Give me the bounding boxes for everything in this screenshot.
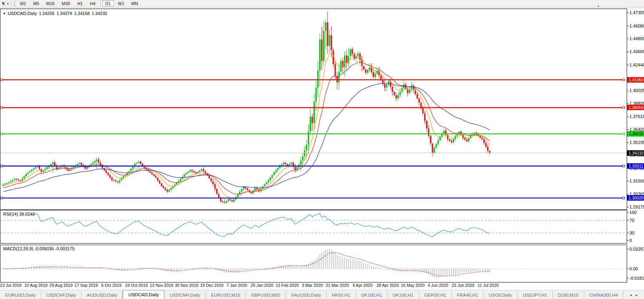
chart-symbol-label: USDCAD,Daily [8,11,37,16]
tab-xauusd-daily[interactable]: XAUUSD,Daily [286,291,327,299]
rsi-tick-label: 70 [629,218,634,223]
date-axis-label: 24 Oct 2019 [125,283,147,288]
cursor-tool-icon[interactable] [1,1,7,6]
tab-gbpusd-m30[interactable]: GBPUSD,M30 [246,291,286,299]
price-tick-label: 1.44890 [629,36,644,41]
date-axis-label: 23 Jul 2019 [0,283,21,288]
timeframe-button-m30[interactable]: M30 [59,0,73,7]
tab-uk100-h1[interactable]: UK100,H1 [388,291,420,299]
macd-tick-label: 0.032972 [629,247,644,251]
level-price-label: 1.38464 [627,105,644,110]
level-price-label: 1.33011 [627,163,644,169]
date-axis-label: 19 Dec 2019 [200,283,224,288]
ohlc-open: 1.34255 [39,11,55,16]
tab-dj30-m15[interactable]: DJ30,M15 [553,291,584,299]
tab-eurusd-m15[interactable]: EURUSD,M15 [206,291,246,299]
symbol-tab-bar: EURUSD,DailyUSDCHF,DailyAUDUSD,DailyUSDC… [0,290,644,299]
tab-china300-h4[interactable]: CHINA300,H4 [584,291,624,299]
timeframe-button-h1[interactable]: H1 [74,0,86,7]
timeframe-button-m5[interactable]: M5 [30,0,42,7]
date-axis-label: 25 Jan 2020 [251,283,274,288]
tab-usdcnh-daily[interactable]: USDCNH,Daily [164,291,206,299]
rsi-tick-label: 30 [629,231,634,235]
application-window: ▾ M1M5M15M30H1H4D1W1MN ▼ USDCAD,Daily 1.… [0,0,644,299]
price-tick-label: 1.47305 [629,10,644,15]
toolbar-separator [11,1,11,6]
timeframe-button-m15[interactable]: M15 [43,0,58,7]
macd-tick-label: -0.018154 [629,276,644,281]
tab-uk100-h1[interactable]: UK100,H1 [356,291,388,299]
ohlc-high: 1.34374 [57,11,72,16]
tab-usoil-daily[interactable]: USOil,Daily [484,291,517,299]
axis-scroll-up-icon[interactable]: ▲ [596,4,601,8]
date-axis-label: 21 Mar 2020 [326,283,349,288]
price-tick-label: 1.43665 [629,49,644,54]
price-tick-label: 1.29175 [629,205,644,209]
tab-hk50-h1[interactable]: HK50,H1 [327,291,356,299]
date-axis-label: 10 Aug 2019 [24,283,48,288]
date-axis-label: 16 May 2020 [401,283,425,288]
date-axis-label: 12 Nov 2019 [150,283,173,288]
tab-scroll-right-icon[interactable]: ▸ [636,293,638,297]
date-axis-label: 13 Feb 2020 [276,283,299,288]
date-axis-label: 9 Apr 2020 [353,283,373,288]
macd-label: MACD(12,26,9) -0.005036 -0.003175 [3,246,75,251]
timeframe-button-d1[interactable]: D1 [102,0,114,7]
current-price-label: 1.34232 [627,150,644,156]
tab-audusd-daily[interactable]: AUDUSD,Daily [82,291,123,299]
price-tick-label: 1.46080 [629,24,644,28]
macd-tick-label: 0.00 [629,266,638,271]
toolbar-grip-handle[interactable] [14,1,15,6]
rsi-label: RSI(14) 38.6243 [3,212,35,216]
timeframe-button-w1[interactable]: W1 [115,0,128,7]
price-tick-label: 1.37610 [629,114,644,119]
date-axis-label: 23 Jun 2020 [452,283,475,288]
timeframe-button-group: M1M5M15M30H1H4D1W1MN [17,0,142,7]
price-tick-label: 1.40025 [629,88,644,93]
price-tick-label: 1.35195 [629,140,644,145]
toolbar-separator [100,0,101,6]
tab-scroll-arrows: ◂▸ [624,291,644,299]
chart-title: ▼ USDCAD,Daily 1.34255 1.34374 1.34158 1… [3,11,107,16]
rsi-tick-label: 0 [629,238,632,243]
tab-eurusd-daily[interactable]: EURUSD,Daily [0,291,41,299]
ohlc-low: 1.34158 [74,11,90,16]
date-axis-label: 4 Jun 2020 [428,283,448,288]
rsi-tick-label: 100 [629,210,637,215]
timeframe-button-mn[interactable]: MN [128,0,141,7]
level-price-label: 1.30020 [627,195,644,201]
symbol-dropdown-icon[interactable]: ▼ [3,12,6,15]
tab-usdchf-daily[interactable]: USDCHF,Daily [41,291,82,299]
tab-ger30-h1[interactable]: GER30,H1 [419,291,452,299]
date-axis-label: 7 Jan 2020 [227,283,247,288]
level-price-label: 1.36015 [627,131,644,137]
tab-fra40-h1[interactable]: FRA40,H1 [452,291,484,299]
date-axis-label: 11 Jul 2020 [478,283,499,288]
price-tick-label: 1.42440 [629,63,644,67]
timeframe-button-h4[interactable]: H4 [86,0,98,7]
date-axis-label: 28 Apr 2020 [377,283,399,288]
tab-usdjpy-h1[interactable]: USDJPY,H1 [518,291,553,299]
chart-window[interactable] [0,9,644,290]
date-axis-label: 3 Mar 2020 [302,283,323,288]
date-axis-label: 29 Aug 2019 [50,283,73,288]
timeframe-toolbar: ▾ M1M5M15M30H1H4D1W1MN [0,0,644,7]
cursor-tool-dropdown-icon[interactable]: ▾ [7,2,9,6]
date-axis-label: 5 Oct 2019 [101,283,121,288]
tab-scroll-left-icon[interactable]: ◂ [630,293,632,297]
timeframe-button-m1[interactable]: M1 [17,0,29,7]
tab-usdcad-daily[interactable]: USDCAD,Daily [123,290,164,299]
price-tick-label: 1.31590 [629,179,644,183]
date-axis-label: 30 Nov 2019 [175,283,199,288]
ohlc-close: 1.34232 [92,11,107,16]
level-price-label: 1.41060 [627,77,644,83]
date-axis-label: 17 Sep 2019 [74,283,98,288]
